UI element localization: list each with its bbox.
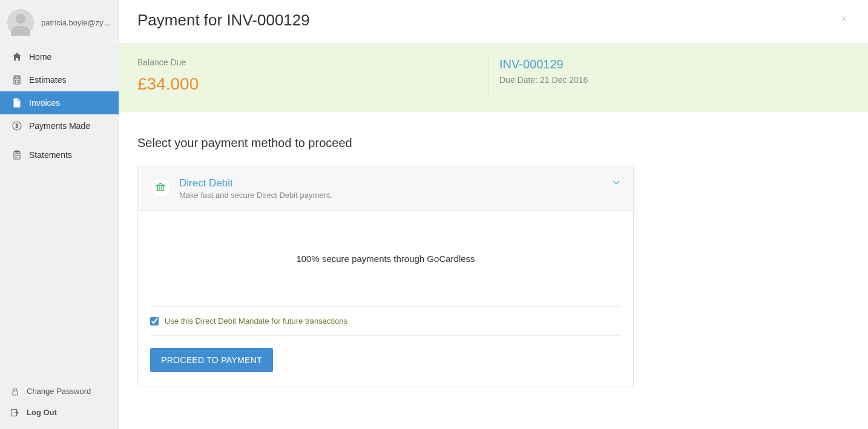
footer-item-label: Log Out bbox=[27, 408, 57, 417]
section-heading: Select your payment method to proceed bbox=[137, 136, 850, 150]
sidebar-item-label: Statements bbox=[29, 150, 72, 160]
sidebar-item-label: Invoices bbox=[29, 98, 60, 108]
payment-method-title: Direct Debit bbox=[179, 177, 332, 189]
lock-icon bbox=[11, 387, 19, 396]
content-area: Select your payment method to proceed Di… bbox=[119, 112, 868, 411]
balance-amount: £34.000 bbox=[137, 74, 488, 94]
payment-method-body: 100% secure payments through GoCardless bbox=[138, 211, 633, 306]
clipboard-icon bbox=[12, 150, 22, 160]
bank-icon bbox=[150, 177, 171, 198]
chevron-down-icon bbox=[611, 177, 621, 189]
svg-point-7 bbox=[18, 82, 18, 82]
logout-link[interactable]: Log Out bbox=[0, 402, 119, 429]
svg-rect-9 bbox=[15, 103, 19, 104]
page-header: Payment for INV-000129 × bbox=[119, 0, 868, 43]
footer-item-label: Change Password bbox=[27, 387, 91, 396]
home-icon bbox=[12, 52, 22, 62]
svg-point-4 bbox=[15, 80, 16, 80]
close-icon: × bbox=[841, 13, 847, 25]
sidebar-item-label: Home bbox=[29, 52, 51, 62]
summary-bar: Balance Due £34.000 INV-000129 Due Date:… bbox=[119, 43, 868, 112]
mandate-checkbox[interactable] bbox=[150, 317, 159, 326]
sidebar-item-payments-made[interactable]: Payments Made bbox=[0, 114, 119, 137]
sidebar-item-estimates[interactable]: Estimates bbox=[0, 68, 119, 91]
main-content: Payment for INV-000129 × Balance Due £34… bbox=[119, 0, 868, 429]
sidebar-item-home[interactable]: Home bbox=[0, 45, 119, 68]
close-button[interactable]: × bbox=[838, 11, 850, 27]
sidebar-item-label: Payments Made bbox=[29, 121, 90, 131]
payment-method-info: Direct Debit Make fast and secure Direct… bbox=[179, 177, 332, 200]
invoice-number-link[interactable]: INV-000129 bbox=[499, 57, 850, 71]
svg-point-6 bbox=[15, 82, 16, 82]
sidebar: patricia.boyle@zylk.. Home Estimates Inv… bbox=[0, 0, 119, 429]
page-title: Payment for INV-000129 bbox=[137, 11, 310, 30]
calculator-icon bbox=[12, 75, 22, 85]
sidebar-item-label: Estimates bbox=[29, 75, 66, 85]
svg-rect-17 bbox=[13, 391, 18, 395]
svg-point-1 bbox=[16, 14, 25, 24]
document-icon bbox=[12, 98, 22, 108]
proceed-to-payment-button[interactable]: PROCEED TO PAYMENT bbox=[150, 348, 273, 372]
logout-icon bbox=[11, 408, 19, 417]
due-date: Due Date: 21 Dec 2016 bbox=[499, 75, 850, 85]
svg-rect-8 bbox=[15, 102, 19, 103]
svg-rect-10 bbox=[15, 105, 18, 105]
user-email: patricia.boyle@zylk.. bbox=[41, 18, 111, 27]
mandate-label[interactable]: Use this Direct Debit Mandate for future… bbox=[165, 316, 347, 326]
user-area: patricia.boyle@zylk.. bbox=[0, 0, 119, 45]
mandate-row: Use this Direct Debit Mandate for future… bbox=[150, 306, 621, 336]
change-password-link[interactable]: Change Password bbox=[0, 381, 119, 402]
payment-method-desc: Make fast and secure Direct Debit paymen… bbox=[179, 191, 332, 200]
summary-balance: Balance Due £34.000 bbox=[137, 57, 488, 94]
svg-rect-3 bbox=[15, 77, 19, 79]
payment-method-footer: Use this Direct Debit Mandate for future… bbox=[138, 306, 633, 387]
sidebar-item-invoices[interactable]: Invoices bbox=[0, 91, 119, 114]
summary-invoice: INV-000129 Due Date: 21 Dec 2016 bbox=[488, 57, 850, 94]
balance-due-label: Balance Due bbox=[137, 57, 488, 67]
avatar-icon bbox=[7, 9, 34, 36]
payment-method-header[interactable]: Direct Debit Make fast and secure Direct… bbox=[138, 166, 633, 211]
secure-payment-text: 100% secure payments through GoCardless bbox=[296, 254, 475, 264]
svg-rect-13 bbox=[16, 151, 19, 152]
avatar bbox=[7, 9, 34, 36]
action-row: PROCEED TO PAYMENT bbox=[150, 336, 621, 387]
sidebar-item-statements[interactable]: Statements bbox=[0, 143, 119, 166]
nav-list: Home Estimates Invoices Payments Made St… bbox=[0, 45, 119, 166]
svg-point-5 bbox=[18, 80, 18, 80]
dollar-circle-icon bbox=[12, 121, 22, 131]
payment-method-card: Direct Debit Make fast and secure Direct… bbox=[137, 166, 634, 387]
